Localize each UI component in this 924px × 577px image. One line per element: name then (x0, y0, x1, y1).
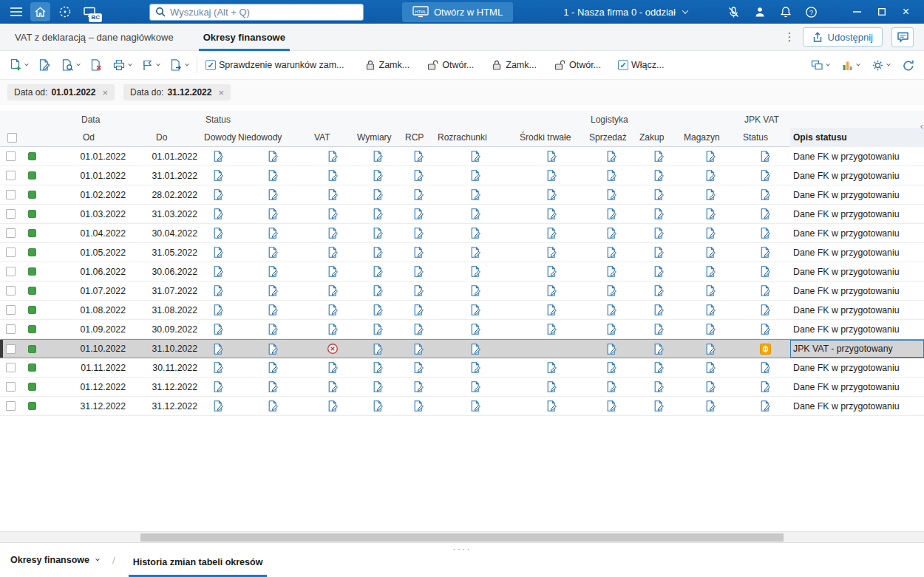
filter-date-to-chip[interactable]: Data do: 31.12.2022 × (123, 84, 231, 100)
row-checkbox[interactable] (6, 171, 16, 180)
tab-vat-z-deklaracja[interactable]: VAT z deklaracją – dane nagłówkowe (10, 24, 178, 51)
horizontal-scrollbar[interactable] (0, 531, 924, 542)
row-checkbox[interactable] (6, 363, 16, 372)
splitter-grip-icon[interactable]: ···· (452, 546, 471, 552)
chart-button[interactable] (840, 57, 861, 73)
table-row[interactable]: 01.09.2022 30.09.2022 Dane FK w przygoto… (0, 320, 924, 339)
footer-tab-historia-zmian[interactable]: Historia zmian tabeli okresów (129, 549, 268, 577)
row-checkbox[interactable] (6, 190, 16, 199)
remove-filter-icon[interactable]: × (218, 87, 224, 98)
table-row[interactable]: 01.01.2022 01.01.2022 Dane FK w przygoto… (0, 147, 924, 166)
cell-sprzedaz (586, 243, 636, 262)
export-button[interactable] (168, 56, 190, 74)
table-row[interactable]: 01.01.2022 31.01.2022 Dane FK w przygoto… (0, 166, 924, 185)
column-header-rcp[interactable]: RCP (402, 128, 435, 147)
assistant-button[interactable] (55, 2, 75, 21)
column-header-vat[interactable]: VAT (311, 128, 354, 147)
row-checkbox[interactable] (6, 344, 16, 354)
row-checkbox[interactable] (6, 305, 16, 315)
column-header-zakup[interactable]: Zakup (636, 128, 681, 147)
flag-button[interactable] (140, 57, 161, 74)
new-record-button[interactable] (7, 56, 30, 74)
row-checkbox[interactable] (6, 382, 16, 392)
check-close-conditions-checkbox[interactable]: ✓ Sprawdzenie warunków zam... (204, 58, 346, 72)
table-row[interactable]: 01.05.2022 31.05.2022 Dane FK w przygoto… (0, 243, 924, 262)
settings-button[interactable] (870, 57, 891, 74)
menu-button[interactable] (6, 2, 26, 21)
column-header-wymiary[interactable]: Wymiary (354, 128, 402, 147)
voice-assistant-off-button[interactable] (724, 2, 744, 21)
help-button[interactable]: ? (801, 2, 821, 21)
column-header-sprzedaz[interactable]: Sprzedaż (586, 128, 636, 147)
scrollbar-thumb[interactable] (140, 533, 784, 542)
row-checkbox[interactable] (6, 286, 16, 296)
print-button[interactable] (111, 56, 133, 74)
notifications-button[interactable] (775, 2, 795, 21)
column-header-magazyn[interactable]: Magazyn (681, 128, 740, 147)
column-header-srodki-trwale[interactable]: Środki trwałe (517, 128, 586, 147)
filter-date-from-chip[interactable]: Data od: 01.01.2022 × (7, 84, 115, 100)
table-row[interactable]: 01.06.2022 30.06.2022 Dane FK w przygoto… (0, 262, 924, 281)
row-checkbox[interactable] (6, 401, 16, 411)
table-row[interactable]: 01.12.2022 31.12.2022 Dane FK w przygoto… (0, 378, 924, 397)
company-selector[interactable]: 1 - Nasza firma 0 - oddział (563, 7, 687, 18)
collapse-panel-icon[interactable]: ‹ (920, 121, 923, 131)
enable-checkbox[interactable]: ✓ Włącz... (616, 58, 665, 72)
user-button[interactable] (750, 2, 770, 21)
open-period-2-button[interactable]: Otwór... (552, 57, 602, 73)
delete-record-button[interactable] (88, 56, 104, 74)
window-layout-button[interactable] (809, 57, 831, 73)
table-row[interactable]: 01.08.2022 31.08.2022 Dane FK w przygoto… (0, 301, 924, 320)
open-period-button[interactable]: Otwór... (425, 57, 475, 73)
cell-magazyn (681, 358, 740, 377)
row-checkbox[interactable] (6, 247, 16, 257)
toolbar: ✓ Sprawdzenie warunków zam... Zamk... Ot… (0, 51, 924, 80)
close-button[interactable]: × (894, 0, 918, 24)
share-button[interactable]: Udostępnij (803, 27, 883, 47)
maximize-button[interactable] (869, 0, 894, 24)
user-icon (754, 6, 766, 18)
footer-period-selector[interactable]: Okresy finansowe (10, 543, 99, 577)
minimize-button[interactable] (845, 0, 869, 24)
close-period-button[interactable]: Zamk... (363, 57, 412, 73)
feedback-button[interactable] (891, 27, 914, 47)
row-checkbox[interactable] (6, 324, 16, 334)
column-header-niedowody[interactable]: Niedowody (235, 128, 311, 147)
cell-jpk-status (740, 224, 790, 242)
edit-document-icon (212, 343, 225, 355)
column-header-status[interactable]: Status (740, 128, 790, 147)
home-button[interactable] (30, 2, 50, 21)
row-checkbox[interactable] (6, 209, 16, 219)
tab-okresy-finansowe[interactable]: Okresy finansowe (199, 24, 290, 51)
select-all-checkbox[interactable] (7, 133, 17, 143)
search-input[interactable] (170, 7, 358, 18)
close-period-2-button[interactable]: Zamk... (489, 57, 538, 73)
minimize-icon (853, 11, 861, 13)
row-checkbox[interactable] (6, 267, 16, 276)
table-row[interactable]: 31.12.2022 31.12.2022 Dane FK w przygoto… (0, 397, 924, 416)
refresh-button[interactable] (900, 57, 917, 74)
table-row[interactable]: 01.03.2022 31.03.2022 Dane FK w przygoto… (0, 205, 924, 224)
cell-sprzedaz (586, 301, 636, 319)
table-row[interactable]: 01.11.2022 30.11.2022 Dane FK w przygoto… (0, 358, 924, 378)
global-search[interactable] (149, 4, 364, 21)
row-checkbox[interactable] (6, 151, 16, 161)
table-row[interactable]: 01.10.2022 31.10.2022 JPK VAT - przygoto… (0, 339, 924, 358)
edit-document-icon (653, 323, 665, 335)
edit-record-button[interactable] (36, 56, 52, 74)
row-checkbox[interactable] (6, 228, 16, 238)
table-row[interactable]: 01.04.2022 30.04.2022 Dane FK w przygoto… (0, 224, 924, 243)
column-header-dowody[interactable]: Dowody (201, 128, 235, 147)
column-header-opis-statusu[interactable]: Opis statusu (790, 128, 924, 147)
remove-filter-icon[interactable]: × (102, 87, 108, 98)
table-row[interactable]: 01.07.2022 31.07.2022 Dane FK w przygoto… (0, 281, 924, 301)
preview-record-button[interactable] (59, 56, 81, 74)
table-row[interactable]: 01.02.2022 28.02.2022 Dane FK w przygoto… (0, 185, 924, 205)
more-options-button[interactable]: ⋮ (777, 30, 803, 44)
edit-document-icon (212, 150, 225, 163)
column-header-rozrachunki[interactable]: Rozrachunki (435, 128, 517, 147)
column-header-od[interactable]: Od (77, 128, 129, 147)
column-header-do[interactable]: Do (150, 128, 201, 147)
open-in-html-button[interactable]: HTML Otwórz w HTML (402, 2, 513, 22)
bc-app-button[interactable]: BC (79, 2, 99, 21)
